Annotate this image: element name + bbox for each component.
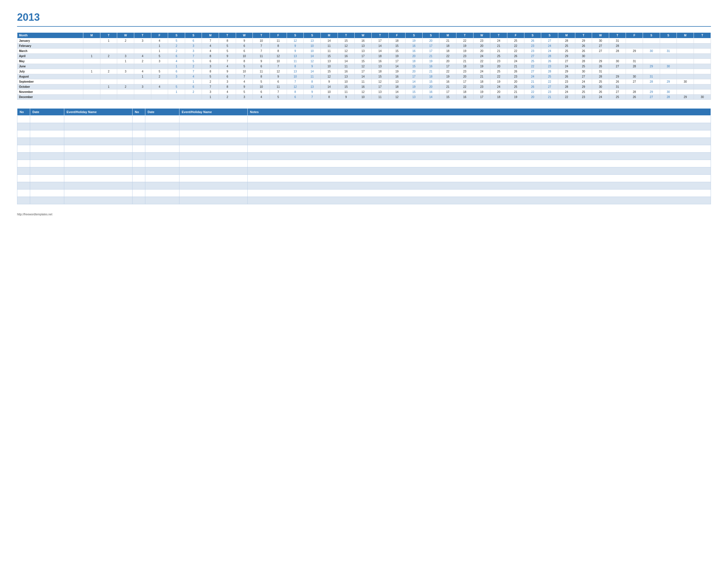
day-cell: 1 (151, 49, 168, 54)
day-cell: 29 (575, 84, 592, 90)
day-cell: 19 (456, 49, 473, 54)
day-cell: 27 (643, 95, 660, 100)
day-cell: 28 (643, 79, 660, 84)
day-cell: 23 (473, 38, 490, 43)
day-cell: 22 (524, 64, 541, 69)
event-cell (30, 145, 64, 153)
day-header-f1: F (151, 33, 168, 38)
day-cell: 14 (304, 69, 321, 74)
day-cell: 30 (575, 69, 592, 74)
month-name-april: April (17, 54, 83, 59)
day-cell: 26 (507, 69, 524, 74)
day-cell: 2 (151, 74, 168, 79)
day-cell: 9 (236, 84, 253, 90)
footer-url: http://freewordtemplates.net (17, 213, 711, 216)
day-cell: 30 (677, 79, 694, 84)
day-cell: 2 (134, 59, 151, 64)
day-cell: 15 (388, 49, 406, 54)
day-cell (694, 84, 711, 90)
day-cell: 7 (270, 90, 287, 95)
day-cell: 30 (592, 84, 609, 90)
day-cell: 23 (524, 43, 541, 49)
event-cell (145, 197, 179, 204)
event-cell (248, 160, 711, 167)
day-cell: 18 (473, 79, 490, 84)
day-cell: 15 (439, 95, 456, 100)
day-cell: 27 (541, 84, 558, 90)
day-cell: 15 (320, 54, 338, 59)
day-cell: 10 (253, 38, 270, 43)
day-cell: 25 (609, 95, 626, 100)
day-cell: 22 (456, 84, 473, 90)
day-header-f4: F (507, 33, 524, 38)
day-cell (151, 95, 168, 100)
day-cell: 13 (338, 74, 355, 79)
day-cell: 28 (609, 43, 626, 49)
day-cell: 5 (202, 74, 219, 79)
event-cell (145, 123, 179, 130)
event-cell (133, 190, 145, 197)
day-header-f3: F (388, 33, 406, 38)
day-cell: 10 (287, 74, 304, 79)
day-cell: 13 (304, 38, 321, 43)
day-cell: 2 (168, 49, 185, 54)
day-cell: 14 (338, 59, 355, 64)
day-cell: 23 (456, 54, 473, 59)
day-cell: 24 (524, 74, 541, 79)
day-cell: 14 (388, 64, 406, 69)
day-cell: 30 (626, 74, 643, 79)
day-cell: 2 (219, 95, 236, 100)
day-cell (117, 49, 134, 54)
day-cell: 20 (473, 49, 490, 54)
event-cell (179, 175, 248, 182)
month-name-june: June (17, 64, 83, 69)
month-name-september: September (17, 79, 83, 84)
event-cell (133, 160, 145, 167)
day-cell: 17 (355, 54, 372, 59)
day-cell: 28 (592, 74, 609, 79)
event-cell (248, 130, 711, 138)
day-cell (83, 59, 100, 64)
event-cell (248, 190, 711, 197)
day-header-m1: M (83, 33, 100, 38)
day-cell: 5 (168, 38, 185, 43)
day-cell: 19 (388, 54, 406, 59)
event-cell (64, 160, 133, 167)
day-cell: 6 (236, 49, 253, 54)
event-cell (133, 138, 145, 145)
events-col-no1: No (17, 109, 30, 116)
day-cell: 5 (219, 43, 236, 49)
day-cell (660, 38, 677, 43)
day-cell: 16 (439, 79, 456, 84)
day-cell: 5 (253, 79, 270, 84)
day-cell: 9 (253, 59, 270, 64)
event-cell (145, 138, 179, 145)
day-cell: 2 (100, 69, 117, 74)
day-cell: 13 (320, 59, 338, 64)
day-cell: 19 (490, 79, 507, 84)
event-cell (145, 130, 179, 138)
day-cell: 31 (609, 38, 626, 43)
day-cell (151, 90, 168, 95)
day-cell: 10 (338, 79, 355, 84)
day-cell (100, 95, 117, 100)
day-cell (694, 74, 711, 79)
day-cell: 12 (304, 59, 321, 64)
event-cell (179, 153, 248, 160)
day-cell: 16 (338, 69, 355, 74)
event-cell (64, 167, 133, 175)
day-cell: 20 (490, 64, 507, 69)
day-cell: 18 (456, 64, 473, 69)
day-cell: 13 (371, 64, 388, 69)
day-cell: 29 (643, 90, 660, 95)
day-cell: 4 (134, 54, 151, 59)
day-cell: 22 (439, 54, 456, 59)
event-cell (133, 175, 145, 182)
day-cell: 31 (626, 59, 643, 64)
day-cell: 24 (575, 79, 592, 84)
day-cell: 26 (592, 64, 609, 69)
day-cell (677, 49, 694, 54)
day-header-su4: S (541, 33, 558, 38)
day-cell: 25 (592, 79, 609, 84)
day-cell (83, 49, 100, 54)
